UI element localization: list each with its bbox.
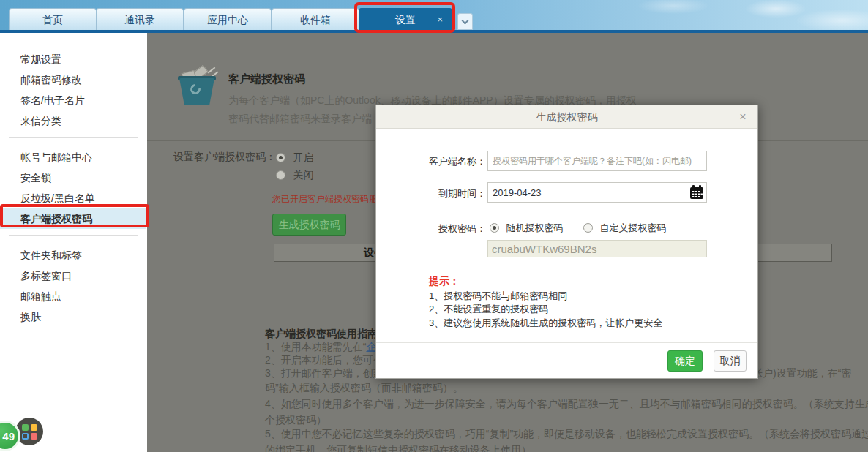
tips-title: 提示： — [429, 275, 460, 288]
generated-password-field[interactable] — [487, 240, 707, 257]
confirm-button[interactable]: 确定 — [667, 350, 703, 372]
radio-enable[interactable] — [276, 153, 285, 162]
sidebar-item-password-change[interactable]: 邮箱密码修改 — [0, 69, 146, 90]
generate-password-button[interactable]: 生成授权密码 — [272, 214, 346, 236]
client-auth-bin-icon — [178, 68, 216, 106]
auth-password-label: 授权密码： — [413, 222, 486, 236]
guide-line-3-right: 帐户)设置功能，在“密 — [752, 367, 851, 380]
webmail-settings-page: 首页 通讯录 应用中心 收件箱 设置 × 常规设置 邮箱密码修改 签名/电子名片… — [0, 0, 868, 452]
sidebar-item-signature[interactable]: 签名/电子名片 — [0, 90, 146, 110]
tab-home[interactable]: 首页 — [9, 8, 97, 30]
radio-custom-row: 自定义授权密码 — [583, 221, 666, 235]
radio-disable-row: 关闭 — [276, 168, 313, 182]
radio-custom-password[interactable] — [583, 223, 593, 233]
cancel-button[interactable]: 取消 — [714, 350, 747, 372]
guide-line-5-wrap: 的绑定手机。您可复制短信中授权密码在移动设备上使用）。 — [265, 444, 542, 452]
dialog-title: 生成授权密码 — [376, 105, 757, 129]
tab-app-center[interactable]: 应用中心 — [184, 8, 272, 30]
sidebar-divider — [9, 235, 138, 236]
motion-line — [208, 67, 216, 74]
radio-custom-label: 自定义授权密码 — [599, 222, 666, 233]
launcher-square-yellow — [31, 424, 37, 431]
guide-line-5: 5、使用中您不必记忆这些复杂的授权密码，巧用“复制”功能，即便是移动设备，也能轻… — [265, 428, 868, 441]
guide-line-1-text: 1、使用本功能需先在“ — [265, 341, 366, 353]
radio-random-label: 随机授权密码 — [506, 222, 563, 233]
page-description-line2: 密码代替邮箱密码来登录客户端， — [228, 113, 382, 126]
chevron-down-icon — [462, 18, 469, 25]
badge-count: 49 — [2, 430, 15, 442]
guide-line-4-wrap: 个授权密码） — [265, 414, 326, 427]
tab-settings[interactable]: 设置 × — [359, 8, 452, 30]
tip-line-2: 2、不能设置重复的授权密码 — [429, 303, 548, 316]
sidebar-item-mail-touchpoint[interactable]: 邮箱触点 — [0, 286, 146, 306]
generate-password-dialog: 生成授权密码 × 客户端名称： 到期时间： 授权密码： 随机授权密码 自定义授权… — [375, 105, 758, 379]
guide-heading: 客户端授权密码使用指南 — [265, 328, 378, 341]
sidebar-item-general[interactable]: 常规设置 — [0, 49, 146, 69]
guide-line-4: 4、如您同时使用多个客户端，为进一步保障安全，请为每个客户端配置独一无二、且均不… — [265, 398, 868, 411]
expire-date-label: 到期时间： — [413, 187, 486, 200]
tip-line-1: 1、授权密码不能与邮箱密码相同 — [429, 290, 567, 303]
sidebar-item-security-lock[interactable]: 安全锁 — [0, 167, 146, 188]
radio-random-row: 随机授权密码 — [490, 221, 563, 235]
radio-enable-row: 开启 — [276, 151, 313, 165]
calendar-icon[interactable] — [689, 185, 704, 200]
launcher-square-pink — [31, 433, 37, 440]
top-nav-bar: 首页 通讯录 应用中心 收件箱 设置 × — [0, 0, 868, 33]
form-label-set-auth: 设置客户端授权密码： — [173, 151, 276, 164]
guide-line-3-left: 3、打开邮件客户端，创建 — [265, 367, 384, 380]
sidebar-item-folders-labels[interactable]: 文件夹和标签 — [0, 245, 146, 265]
guide-line-3-wrap: 码”输入框输入授权密码（而非邮箱密码）。 — [265, 382, 463, 395]
guide-line-1: 1、使用本功能需先在“企业 — [265, 341, 386, 354]
footer-divider — [376, 342, 757, 343]
sidebar-item-multitab[interactable]: 多标签窗口 — [0, 265, 146, 286]
sidebar-item-client-auth-password[interactable]: 客户端授权密码 — [0, 208, 146, 229]
client-name-label: 客户端名称： — [413, 155, 486, 168]
tip-line-3: 3、建议您使用系统随机生成的授权密码，让帐户更安全 — [429, 317, 662, 330]
close-tab-icon[interactable]: × — [437, 9, 443, 31]
status-text-enabled: 您已开启客户端授权密码服务 — [272, 193, 386, 206]
radio-random-password[interactable] — [490, 223, 499, 233]
guide-line-2: 2、开启本功能后，您可生成 — [265, 354, 394, 367]
expire-date-input[interactable] — [487, 182, 707, 203]
launcher-square-blue — [22, 433, 29, 440]
tab-settings-label: 设置 — [395, 14, 416, 26]
radio-enable-label: 开启 — [293, 151, 313, 163]
settings-sidebar: 常规设置 邮箱密码修改 签名/电子名片 来信分类 帐号与邮箱中心 安全锁 反垃圾… — [0, 33, 146, 452]
dialog-close-icon[interactable]: × — [736, 105, 750, 129]
sidebar-item-mail-sorting[interactable]: 来信分类 — [0, 110, 146, 131]
sidebar-divider — [9, 137, 138, 138]
sidebar-item-antispam[interactable]: 反垃圾/黑白名单 — [0, 188, 146, 208]
tab-overflow-button[interactable] — [457, 13, 473, 30]
launcher-square-green — [22, 424, 29, 431]
sidebar-item-skin[interactable]: 换肤 — [0, 306, 146, 327]
sidebar-item-account-center[interactable]: 帐号与邮箱中心 — [0, 147, 146, 167]
page-title: 客户端授权密码 — [228, 72, 305, 86]
radio-disable-label: 关闭 — [293, 169, 313, 181]
tab-contacts[interactable]: 通讯录 — [96, 8, 184, 30]
client-name-input[interactable] — [487, 151, 707, 171]
tab-inbox[interactable]: 收件箱 — [272, 8, 359, 30]
radio-disable[interactable] — [276, 170, 285, 180]
